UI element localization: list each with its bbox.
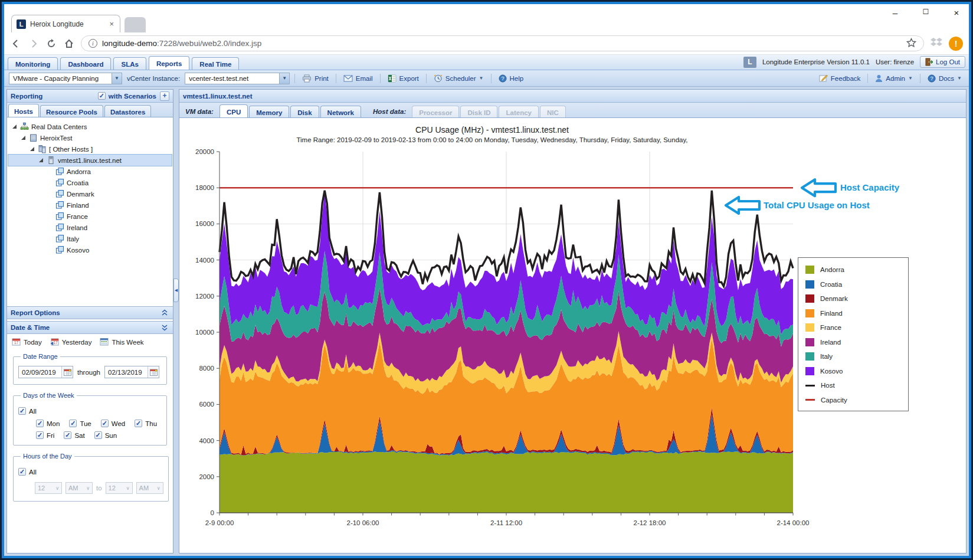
sidebar-tab-datastores[interactable]: Datastores bbox=[104, 105, 151, 117]
longitude-logo-icon: L bbox=[743, 57, 756, 68]
vm-tab-memory[interactable]: Memory bbox=[249, 106, 289, 117]
day-checkbox-fri[interactable]: ✓Fri bbox=[36, 431, 54, 439]
with-scenarios-checkbox[interactable]: ✓with Scenarios bbox=[98, 92, 156, 100]
tree-expand-icon[interactable] bbox=[11, 124, 18, 129]
scheduler-button[interactable]: Scheduler▼ bbox=[431, 73, 486, 84]
tree-expand-icon[interactable] bbox=[28, 146, 35, 152]
quick-button-today[interactable]: 17Today bbox=[12, 338, 42, 347]
tree-item-andorra[interactable]: Andorra bbox=[8, 166, 172, 177]
email-button[interactable]: Email bbox=[341, 74, 375, 83]
vm-icon bbox=[55, 223, 64, 232]
collapse-down-icon[interactable] bbox=[160, 323, 169, 332]
window-maximize-button[interactable]: ☐ bbox=[918, 8, 933, 18]
days-all-checkbox[interactable]: ✓All bbox=[18, 407, 37, 415]
logout-button[interactable]: Log Out bbox=[920, 56, 965, 68]
tab-close-icon[interactable]: × bbox=[108, 19, 115, 28]
browser-tab[interactable]: L Heroix Longitude × bbox=[11, 15, 120, 32]
quick-button-this-week[interactable]: This Week bbox=[100, 338, 143, 347]
url-bar[interactable]: i longitude-demo:7228/webui/web2.0/index… bbox=[81, 35, 924, 51]
day-checkbox-mon[interactable]: ✓Mon bbox=[36, 420, 60, 427]
metric-tabs-bar: VM data: CPUMemoryDiskNetwork Host data:… bbox=[179, 103, 966, 118]
report-toolbar: VMware - Capacity Planning▼ vCenter Inst… bbox=[4, 70, 969, 87]
sidebar-tab-resource-pools[interactable]: Resource Pools bbox=[40, 105, 103, 117]
quick-button-yesterday[interactable]: 17Yesterday bbox=[50, 338, 92, 347]
ampm-from-select[interactable]: AM∨ bbox=[65, 482, 93, 494]
tree-item-kosovo[interactable]: Kosovo bbox=[8, 244, 172, 256]
tree-expand-icon[interactable] bbox=[37, 158, 44, 163]
vm-tab-network[interactable]: Network bbox=[320, 106, 361, 117]
day-checkbox-sun[interactable]: ✓Sun bbox=[94, 431, 117, 439]
tree-item-vmtest1-linux-test-net[interactable]: vmtest1.linux.test.net bbox=[8, 155, 172, 166]
bookmark-star-icon[interactable] bbox=[906, 38, 916, 50]
tree-item-france[interactable]: France bbox=[8, 211, 172, 222]
tree-item-finland[interactable]: Finland bbox=[8, 199, 172, 211]
user-label: User: firenze bbox=[876, 58, 914, 66]
date-from-input[interactable]: 02/09/2019 bbox=[18, 366, 73, 378]
forward-icon[interactable] bbox=[28, 38, 40, 50]
admin-button[interactable]: Admin▼ bbox=[873, 73, 915, 84]
docs-button[interactable]: ? Docs▼ bbox=[925, 73, 964, 84]
help-button[interactable]: ? Help bbox=[496, 73, 526, 84]
day-checkbox-wed[interactable]: ✓Wed bbox=[101, 420, 125, 427]
page-info-icon[interactable]: i bbox=[89, 39, 97, 48]
new-tab-stub[interactable] bbox=[125, 17, 146, 32]
tree-item-denmark[interactable]: Denmark bbox=[8, 188, 172, 199]
date-to-picker-icon[interactable] bbox=[148, 366, 159, 378]
legend-label: Ireland bbox=[820, 339, 841, 346]
add-report-button[interactable]: + bbox=[160, 91, 169, 101]
refresh-icon[interactable] bbox=[45, 38, 57, 50]
vm-tab-disk[interactable]: Disk bbox=[290, 106, 319, 117]
vm-icon bbox=[55, 201, 64, 209]
home-icon[interactable] bbox=[63, 38, 75, 50]
app-tab-reports[interactable]: Reports bbox=[149, 56, 189, 70]
report-type-select[interactable]: VMware - Capacity Planning▼ bbox=[9, 73, 122, 84]
envelope-icon bbox=[343, 75, 353, 82]
date-from-picker-icon[interactable] bbox=[61, 366, 73, 378]
hour-to-select[interactable]: 12∨ bbox=[106, 482, 133, 494]
tree-item-croatia[interactable]: Croatia bbox=[8, 177, 172, 188]
tree-item-heroixtest[interactable]: HeroixTest bbox=[8, 132, 172, 143]
tree-item-real-data-centers[interactable]: Real Data Centers bbox=[8, 121, 172, 132]
report-options-header[interactable]: Report Options bbox=[7, 306, 173, 319]
back-icon[interactable] bbox=[10, 38, 22, 50]
extension-dropbox-icon[interactable] bbox=[930, 37, 943, 51]
day-checkbox-thu[interactable]: ✓Thu bbox=[135, 420, 157, 427]
legend-swatch bbox=[805, 266, 814, 274]
app-tab-monitoring[interactable]: Monitoring bbox=[8, 57, 58, 70]
app-tab-slas[interactable]: SLAs bbox=[113, 57, 146, 70]
docs-icon: ? bbox=[928, 74, 936, 83]
date-time-header[interactable]: Date & Time bbox=[7, 321, 173, 334]
browser-profile-avatar[interactable]: ! bbox=[949, 37, 963, 51]
vcenter-instance-select[interactable]: vcenter-test.test.net▼ bbox=[185, 73, 290, 84]
legend-item-kosovo: Kosovo bbox=[798, 364, 908, 379]
export-button[interactable]: Export bbox=[385, 73, 421, 84]
app-tab-dashboard[interactable]: Dashboard bbox=[60, 57, 111, 70]
hours-to-label: to bbox=[96, 484, 102, 492]
sidebar-collapse-handle[interactable]: ◀ bbox=[173, 279, 179, 302]
day-checkbox-tue[interactable]: ✓Tue bbox=[69, 420, 91, 427]
host-icon bbox=[47, 156, 55, 165]
window-minimize-button[interactable]: – bbox=[887, 8, 903, 18]
hour-from-select[interactable]: 12∨ bbox=[35, 482, 62, 494]
days-of-week-fieldset: Days of the Week ✓All ✓Mon✓Tue✓Wed✓Thu ✓… bbox=[13, 392, 167, 446]
legend-swatch bbox=[805, 367, 814, 375]
ampm-to-select[interactable]: AM∨ bbox=[136, 482, 163, 494]
app-tab-real-time[interactable]: Real Time bbox=[192, 57, 239, 70]
window-close-button[interactable]: × bbox=[949, 8, 964, 18]
vm-icon bbox=[55, 212, 64, 221]
tree-item--other-hosts-[interactable]: [ Other Hosts ] bbox=[8, 143, 172, 155]
date-to-input[interactable]: 02/13/2019 bbox=[104, 366, 159, 378]
collapse-up-icon[interactable] bbox=[160, 308, 169, 317]
tree-item-italy[interactable]: Italy bbox=[8, 233, 172, 244]
vm-tab-cpu[interactable]: CPU bbox=[220, 104, 248, 117]
excel-icon bbox=[388, 74, 397, 83]
tree-expand-icon[interactable] bbox=[19, 135, 27, 140]
print-button[interactable]: Print bbox=[300, 73, 331, 84]
sidebar-tab-hosts[interactable]: Hosts bbox=[8, 104, 39, 117]
sidebar-splitter[interactable]: ◀ bbox=[173, 87, 179, 556]
day-checkbox-sat[interactable]: ✓Sat bbox=[64, 431, 84, 439]
host-group-icon bbox=[38, 145, 47, 153]
tree-item-ireland[interactable]: Ireland bbox=[8, 222, 172, 233]
hours-all-checkbox[interactable]: ✓All bbox=[18, 468, 37, 476]
feedback-button[interactable]: Feedback bbox=[817, 73, 863, 83]
